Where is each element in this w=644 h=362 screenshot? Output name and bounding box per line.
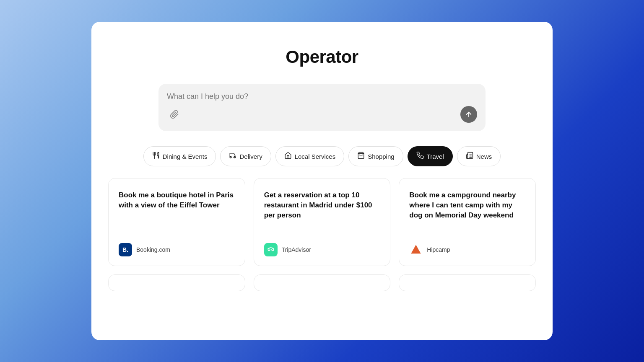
search-input[interactable] bbox=[167, 92, 477, 101]
tab-travel-label: Travel bbox=[427, 153, 444, 160]
news-icon bbox=[466, 152, 473, 161]
send-button[interactable] bbox=[460, 106, 477, 123]
attach-icon[interactable] bbox=[167, 107, 182, 122]
card-boutique-hotel-footer: B. Booking.com bbox=[119, 243, 235, 256]
tab-dining[interactable]: Dining & Events bbox=[143, 146, 216, 166]
tab-local-services-label: Local Services bbox=[295, 153, 336, 160]
card-campground-text: Book me a campground nearby where I can … bbox=[409, 190, 525, 230]
tab-dining-label: Dining & Events bbox=[163, 153, 208, 160]
tab-shopping[interactable]: Shopping bbox=[348, 146, 403, 166]
tab-local-services[interactable]: Local Services bbox=[275, 146, 345, 166]
card-partial-3 bbox=[399, 274, 536, 291]
tripadvisor-logo bbox=[264, 243, 278, 256]
local-services-icon bbox=[284, 152, 292, 161]
card-partial-1 bbox=[108, 274, 245, 291]
booking-logo: B. bbox=[119, 243, 132, 256]
tab-delivery[interactable]: Delivery bbox=[220, 146, 271, 166]
card-restaurant-text: Get a reservation at a top 10 restaurant… bbox=[264, 190, 380, 230]
category-tabs: Dining & Events Delivery Local Services bbox=[143, 146, 501, 166]
card-boutique-hotel-text: Book me a boutique hotel in Paris with a… bbox=[119, 190, 235, 230]
delivery-icon bbox=[229, 152, 236, 161]
search-bottom-row bbox=[167, 106, 477, 123]
travel-icon bbox=[416, 152, 424, 161]
tab-delivery-label: Delivery bbox=[239, 153, 262, 160]
dining-icon bbox=[152, 152, 160, 161]
tab-news-label: News bbox=[476, 153, 492, 160]
hipcamp-brand-name: Hipcamp bbox=[427, 246, 450, 253]
hipcamp-logo bbox=[409, 243, 423, 256]
svg-marker-13 bbox=[411, 245, 421, 253]
bottom-cards-row bbox=[108, 274, 536, 291]
card-restaurant[interactable]: Get a reservation at a top 10 restaurant… bbox=[254, 178, 391, 266]
card-boutique-hotel[interactable]: Book me a boutique hotel in Paris with a… bbox=[108, 178, 245, 266]
shopping-icon bbox=[357, 152, 365, 161]
tab-travel[interactable]: Travel bbox=[408, 146, 453, 166]
tab-news[interactable]: News bbox=[457, 146, 501, 166]
svg-point-12 bbox=[272, 249, 273, 250]
cards-grid: Book me a boutique hotel in Paris with a… bbox=[108, 178, 536, 266]
app-window: Operator Dining & Even bbox=[91, 22, 553, 340]
card-partial-2 bbox=[254, 274, 391, 291]
booking-brand-name: Booking.com bbox=[136, 246, 170, 253]
tab-shopping-label: Shopping bbox=[368, 153, 394, 160]
app-title: Operator bbox=[286, 47, 358, 67]
card-campground-footer: Hipcamp bbox=[409, 243, 525, 256]
card-campground[interactable]: Book me a campground nearby where I can … bbox=[399, 178, 536, 266]
search-box bbox=[158, 84, 486, 131]
tripadvisor-brand-name: TripAdvisor bbox=[282, 246, 311, 253]
svg-point-11 bbox=[268, 249, 270, 250]
card-restaurant-footer: TripAdvisor bbox=[264, 243, 380, 256]
